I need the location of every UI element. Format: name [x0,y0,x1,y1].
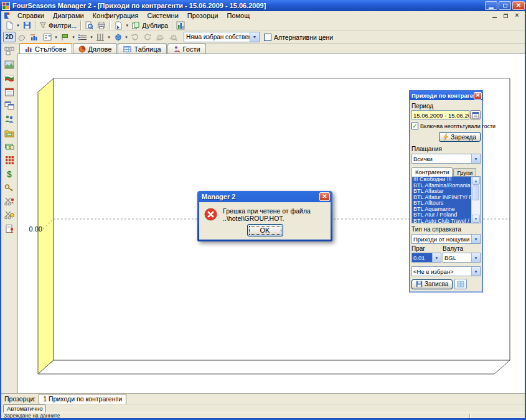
new-report-button[interactable] [3,20,16,30]
dialog-title-bar[interactable]: Manager 2 ✕ [199,191,331,202]
menu-prozorci[interactable]: Прозорци [183,12,223,20]
alt-prices-checkbox[interactable] [264,34,271,41]
threshold-combobox[interactable]: 0.01 ▼ [411,253,441,263]
mdi-restore-button[interactable] [502,12,510,19]
hotel-view-button[interactable] [2,58,17,71]
toggle-2d-button[interactable]: 2D [3,32,16,42]
rotate-3d-right-button[interactable] [167,32,180,42]
automatic-button[interactable]: Автоматично [3,404,46,413]
legend-button[interactable] [41,32,54,42]
copy-button[interactable] [112,20,124,30]
folder-payments-button[interactable] [2,126,17,139]
filters-button[interactable]: Филтри... [37,20,78,30]
labels-dropdown[interactable]: ▾ [71,35,76,40]
include-guests-checkbox[interactable]: ✓ [411,123,418,129]
period-input[interactable]: 15.06.2009 - 15.06.2009 [411,110,469,119]
legend-dropdown[interactable]: ▾ [54,35,59,40]
tab-bars[interactable]: Стълбове [19,43,72,54]
owner-combobox-arrow[interactable]: ▼ [250,32,259,42]
bar-style-button[interactable] [28,32,41,42]
new-report-dropdown[interactable]: ▾ [16,23,21,28]
shape-button[interactable] [16,32,28,42]
restore-button[interactable] [499,1,511,10]
guest-card-button[interactable] [2,222,17,235]
tab-guests[interactable]: Гости [167,44,206,54]
menu-pomosht[interactable]: Помощ [222,12,254,20]
load-button[interactable]: Зарежда [439,132,481,142]
cash-button[interactable] [2,140,17,153]
status-divider [469,414,470,418]
vgrid-button[interactable] [94,32,106,42]
rooms-plan-button[interactable] [2,44,17,57]
print-preview-button[interactable] [83,20,95,30]
cube-3d-button[interactable] [111,32,124,42]
cube-3d-dropdown[interactable]: ▾ [124,35,129,40]
guests-group-button[interactable] [2,113,17,126]
mdi-minimize-button[interactable] [491,12,499,19]
list-item[interactable]: BTL Auto Club Travel / Hungary [412,218,471,223]
currency-combobox[interactable]: BGL ▼ [443,253,481,263]
close-button[interactable]: ✕ [512,1,525,10]
report-type-combobox[interactable]: Приходи от нощувки ▼ [411,234,481,244]
template-combobox-arrow[interactable]: ▼ [471,267,480,276]
dialog-close-icon[interactable]: ✕ [319,192,330,201]
vgrid-dropdown[interactable]: ▾ [106,35,111,40]
template-combobox[interactable]: <Не е избран> ▼ [411,266,481,276]
flag-button[interactable] [2,72,17,85]
save-report-button[interactable]: Записва [411,279,453,289]
currency-button[interactable]: $ [2,167,17,180]
duplicate-button[interactable]: Дублира [129,20,170,30]
print-button[interactable] [95,20,108,30]
cancel-guest-button[interactable] [2,195,17,208]
tab-groups[interactable]: Групи [453,168,476,177]
tab-counterparties[interactable]: Контрагенти [411,167,453,177]
menu-sistemni[interactable]: Системни [143,12,182,20]
owner-combobox[interactable]: Няма избран собственици ▼ [184,32,260,42]
rotate-cw-button[interactable] [141,32,154,42]
copy-dropdown[interactable]: ▾ [124,23,129,28]
rotate-3d-left-button[interactable] [154,32,167,42]
panel-title-bar[interactable]: Приходи по контрагенти ✕ [410,91,482,100]
ok-button[interactable]: OK [247,224,283,236]
list-item[interactable]: BTL Aquamarine [412,207,471,213]
list-item[interactable]: BTL Atur / Poland [412,212,471,218]
payments-combobox-arrow[interactable]: ▼ [471,154,480,163]
tariffs-grid-button[interactable] [2,154,17,167]
list-item[interactable]: !!! Свободни !!! [412,177,471,183]
scroll-down-icon[interactable]: ▼ [472,215,480,223]
mdi-close-button[interactable]: × [513,12,521,19]
menu-spravki[interactable]: Справки [13,12,49,20]
tab-table[interactable]: Таблица [118,44,166,54]
window-tab-button[interactable]: 1 Приходи по контрагенти [39,394,126,404]
scroll-thumb[interactable] [472,185,479,200]
chart-report-button[interactable] [174,20,187,30]
currency-combobox-arrow[interactable]: ▼ [471,253,480,262]
windows-copy-button[interactable] [2,99,17,112]
labels-button[interactable] [59,32,71,42]
menu-diagrami[interactable]: Диаграми [49,12,88,20]
list-item[interactable]: BTL Alfastar [412,189,471,195]
rotate-ccw-button[interactable] [129,32,141,42]
menu-konfiguracia[interactable]: Конфигурация [88,12,143,20]
list-item[interactable]: BTL Alfatur INFINITY/ Romania [412,195,471,201]
panel-close-icon[interactable]: ✕ [474,92,482,100]
night-audit-button[interactable] [2,181,17,194]
list-item[interactable]: BTL Alltours [412,200,471,207]
hgrid-dropdown[interactable]: ▾ [89,35,94,40]
scroll-up-icon[interactable]: ▲ [472,177,480,185]
list-scrollbar[interactable]: ▲ ▼ [471,177,480,223]
report-type-combobox-arrow[interactable]: ▼ [471,235,480,243]
counterparties-listbox[interactable]: !!! Свободни !!! BTL Alfamina/Romania BT… [411,176,481,223]
grid-view-button[interactable] [454,279,467,289]
rotate-3d-right-icon [169,33,178,42]
calendar-button[interactable] [2,85,17,98]
save-button[interactable] [21,20,33,30]
threshold-combobox-arrow[interactable]: ▼ [432,253,441,262]
list-item[interactable]: BTL Alfamina/Romania [412,183,471,189]
cancel-payment-button[interactable] [2,208,17,222]
payments-combobox[interactable]: Всички ▼ [411,154,481,164]
tab-pie[interactable]: Дялове [73,44,118,54]
minimize-button[interactable] [485,1,497,10]
hgrid-button[interactable] [76,32,89,42]
calendar-picker-button[interactable] [470,110,481,119]
